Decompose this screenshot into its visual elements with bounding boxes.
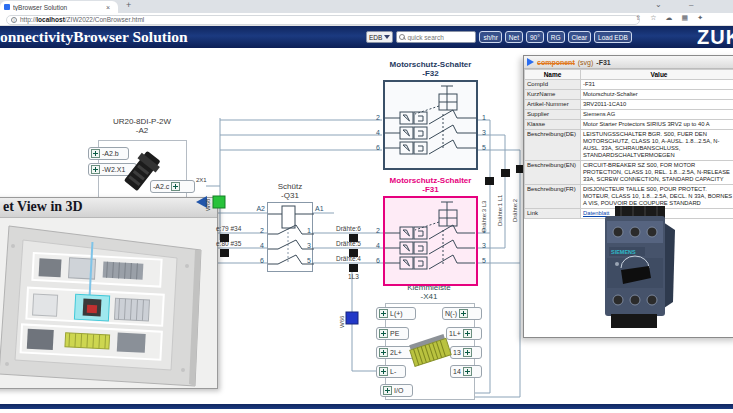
table-header-row: Name Value	[525, 70, 733, 80]
cable-marker-blue[interactable]	[346, 312, 358, 324]
pin-number: 2	[376, 227, 380, 234]
app-window: tyBrowser Solution × + ⌄ – i http://loca…	[0, 0, 733, 413]
contactor-symbol	[268, 203, 314, 273]
table-row: Artikel-Nummer 3RV2011-1CA10	[525, 100, 733, 110]
block-q31[interactable]	[267, 202, 313, 272]
block-title-f32: Motorschutz-Schalter -F32	[360, 61, 501, 79]
pin-number: 2	[376, 114, 380, 121]
cabinet-3d-popup[interactable]: et View in 3D Model	[0, 197, 218, 389]
wire-tag	[501, 169, 510, 177]
terminal-x41-nminus[interactable]: N(-)	[442, 307, 482, 320]
col-name: Name	[525, 70, 581, 80]
block-title-q31: Schütz -Q31	[250, 183, 330, 201]
terminal-x41-13[interactable]: 13	[450, 346, 482, 359]
expand-plus-icon[interactable]	[379, 309, 388, 318]
wire-label-vertical: Drähte:2	[512, 198, 518, 222]
properties-panel: component (svg) -F31 Name Value CompId -…	[523, 55, 733, 338]
wire-label: Drähte:4	[336, 255, 361, 262]
panel-header[interactable]: component (svg) -F31	[524, 56, 733, 69]
pin-number: 3	[482, 129, 486, 136]
terminal-x41-lplus[interactable]: L(+)	[376, 307, 416, 320]
pin-number: 4	[260, 242, 264, 249]
pin-number: 4	[376, 129, 380, 136]
block-f32[interactable]	[383, 80, 478, 170]
terminal-x41-14[interactable]: 14	[450, 365, 482, 378]
block-title-a2: UR20-8DI-P-2W -A2	[92, 118, 192, 136]
table-row: KurzName Motorschutz-Schalter	[525, 90, 733, 100]
expand-plus-icon[interactable]	[463, 348, 472, 357]
table-row: Beschreibung(DE) LEISTUNGSSCHALTER BGR. …	[525, 130, 733, 161]
expand-plus-icon[interactable]	[463, 367, 472, 376]
expand-plus-icon[interactable]	[379, 348, 388, 357]
play-triangle-icon[interactable]	[527, 58, 534, 66]
pin-number: 4	[376, 242, 380, 249]
table-row: CompId -F31	[525, 80, 733, 90]
expand-plus-icon[interactable]	[171, 182, 180, 191]
terminal-a2c[interactable]: -A2.c	[150, 180, 195, 193]
panel-component-ref: -F31	[596, 59, 610, 66]
cabinet-3d-view[interactable]: Model	[0, 218, 217, 388]
terminal-block-photo	[408, 334, 452, 368]
pin-number: 2	[260, 227, 264, 234]
breaker-symbol	[385, 198, 475, 283]
expand-plus-icon[interactable]	[91, 149, 100, 158]
wire-label-vertical: Drähte:1 L1	[497, 194, 503, 226]
panel-component-suffix: (svg)	[578, 59, 594, 66]
terminal-x41-lminus[interactable]: L-	[376, 365, 406, 378]
footer-bar	[0, 404, 733, 409]
col-value: Value	[581, 70, 733, 80]
wire-tag	[349, 264, 358, 272]
cable-label: W66	[339, 315, 345, 328]
properties-table: Name Value CompId -F31 KurzName Motorsch…	[524, 69, 733, 219]
expand-plus-icon[interactable]	[383, 386, 392, 395]
pin-number: 6	[376, 144, 380, 151]
popup-title: et View in 3D	[3, 199, 83, 215]
table-row: Beschreibung(FR) DISJONCTEUR TAILLE S00,…	[525, 185, 733, 209]
pin-number: A1	[315, 205, 324, 212]
wire-label: Drähte:5	[336, 240, 361, 247]
pin-number: 6	[260, 257, 264, 264]
table-row: Supplier Siemens AG	[525, 110, 733, 120]
pin-number: 1	[482, 227, 486, 234]
brand-label: SIEMENS	[611, 249, 636, 255]
pin-number: 1	[482, 114, 486, 121]
expand-plus-icon[interactable]	[459, 309, 468, 318]
expand-plus-icon[interactable]	[379, 367, 388, 376]
pin-number: A2	[256, 205, 265, 212]
terminal-x41-io[interactable]: I/O	[380, 384, 413, 397]
block-f31-selected[interactable]	[383, 196, 478, 286]
pin-number: 5	[482, 257, 486, 264]
breaker-symbol	[385, 82, 476, 168]
table-row: Beschreibung(EN) CIRCUIT-BREAKER SZ S00,…	[525, 161, 733, 185]
pin-label-2x1: 2X1	[196, 177, 207, 183]
panel-component-name: component	[537, 59, 575, 66]
table-row: Klasse Motor Starter Protectors SIRIUS 3…	[525, 120, 733, 130]
pin-number: 6	[376, 257, 380, 264]
wire-label: Drähte:6	[336, 225, 361, 232]
expand-plus-icon[interactable]	[463, 329, 472, 338]
expand-plus-icon[interactable]	[379, 329, 388, 338]
block-title-f31: Motorschutz-Schalter -F31	[360, 177, 501, 195]
pin-number: 5	[482, 144, 486, 151]
wire-label: 1L3	[348, 273, 359, 280]
terminal-x41-pe[interactable]: PE	[376, 327, 409, 340]
pin-number: 3	[482, 242, 486, 249]
expand-plus-icon[interactable]	[91, 165, 100, 174]
product-photo-breaker: SIEMENS	[597, 206, 685, 330]
